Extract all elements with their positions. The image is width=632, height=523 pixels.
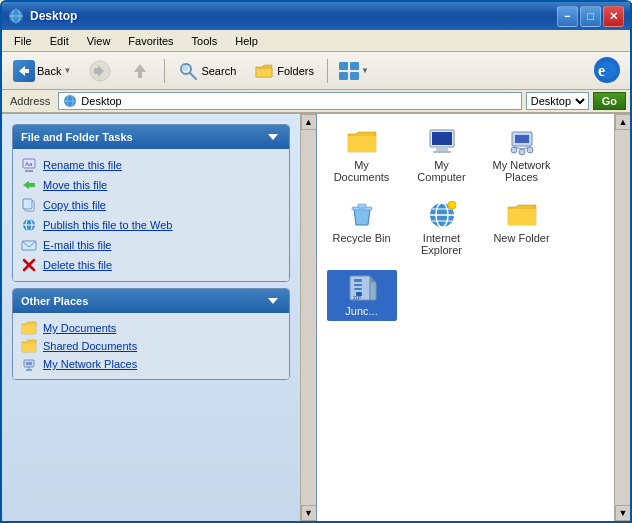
internet-explorer-label: Internet Explorer <box>411 232 473 256</box>
right-content: My Documents My Computer <box>317 114 631 521</box>
svg-marker-20 <box>268 134 278 140</box>
back-button[interactable]: Back ▼ <box>6 56 78 86</box>
scroll-up-button[interactable]: ▲ <box>301 114 317 130</box>
svg-rect-58 <box>370 282 376 300</box>
window-title: Desktop <box>30 9 77 23</box>
title-bar: Desktop − □ ✕ <box>2 2 630 30</box>
svg-rect-60 <box>354 284 362 286</box>
email-icon <box>21 237 37 253</box>
publish-icon <box>21 217 37 233</box>
recycle-bin-icon[interactable]: Recycle Bin <box>327 197 397 260</box>
views-dropdown-icon[interactable]: ▼ <box>361 66 369 75</box>
left-panel-scrollbar[interactable]: ▲ ▼ <box>300 114 316 521</box>
menu-bar: File Edit View Favorites Tools Help <box>2 30 630 52</box>
svg-rect-38 <box>432 132 452 145</box>
back-dropdown-icon[interactable]: ▼ <box>63 66 71 75</box>
junc-label: Junc... <box>345 305 377 317</box>
close-button[interactable]: ✕ <box>603 6 624 27</box>
my-network-icon <box>21 357 37 371</box>
menu-favorites[interactable]: Favorites <box>120 33 181 49</box>
recycle-bin-label: Recycle Bin <box>332 232 390 244</box>
copy-file-item[interactable]: Copy this file <box>17 195 285 215</box>
go-label: Go <box>602 95 617 107</box>
address-ie-icon <box>63 94 77 108</box>
right-scrollbar[interactable]: ▲ ▼ <box>614 114 630 521</box>
publish-file-item[interactable]: Publish this file to the Web <box>17 215 285 235</box>
my-documents-desktop-label: My Documents <box>331 159 393 183</box>
my-network-label: My Network Places <box>43 358 137 370</box>
menu-file[interactable]: File <box>6 33 40 49</box>
my-computer-icon[interactable]: My Computer <box>407 124 477 187</box>
my-documents-desktop-icon[interactable]: My Documents <box>327 124 397 187</box>
delete-file-item[interactable]: Delete this file <box>17 255 285 275</box>
main-content: File and Folder Tasks Aa <box>2 114 630 521</box>
go-button[interactable]: Go <box>593 92 626 110</box>
move-file-item[interactable]: Move this file <box>17 175 285 195</box>
other-places-header[interactable]: Other Places <box>13 289 289 313</box>
folders-label: Folders <box>277 65 314 77</box>
views-button[interactable]: ▼ <box>334 56 372 86</box>
email-file-item[interactable]: E-mail this file <box>17 235 285 255</box>
minimize-button[interactable]: − <box>557 6 578 27</box>
up-icon <box>129 60 151 82</box>
svg-marker-57 <box>370 276 376 282</box>
svg-marker-4 <box>19 66 29 76</box>
junc-zip-icon[interactable]: ZIP Junc... <box>327 270 397 321</box>
search-icon <box>178 61 198 81</box>
menu-tools[interactable]: Tools <box>184 33 226 49</box>
svg-rect-25 <box>23 199 32 209</box>
toolbar-separator-2 <box>327 59 328 83</box>
svg-point-10 <box>182 65 188 71</box>
move-icon <box>21 177 37 193</box>
svg-marker-32 <box>268 298 278 304</box>
scroll-down-button[interactable]: ▼ <box>301 505 317 521</box>
scroll-track <box>301 130 316 505</box>
my-network-item[interactable]: My Network Places <box>17 355 285 373</box>
address-bar: Address Desktop Desktop Go <box>2 90 630 114</box>
right-scroll-up[interactable]: ▲ <box>615 114 630 130</box>
copy-file-label: Copy this file <box>43 199 106 211</box>
maximize-button[interactable]: □ <box>580 6 601 27</box>
svg-rect-11 <box>339 62 348 70</box>
menu-edit[interactable]: Edit <box>42 33 77 49</box>
menu-view[interactable]: View <box>79 33 119 49</box>
forward-icon <box>89 60 111 82</box>
copy-icon <box>21 197 37 213</box>
up-button[interactable] <box>122 56 158 86</box>
address-dropdown[interactable]: Desktop <box>526 92 589 110</box>
recycle-icon <box>346 201 378 229</box>
left-panel-wrapper: File and Folder Tasks Aa <box>2 114 317 521</box>
collapse-icon <box>265 129 281 145</box>
svg-rect-34 <box>26 362 32 365</box>
search-button[interactable]: Search <box>171 57 243 85</box>
title-buttons: − □ ✕ <box>557 6 624 27</box>
svg-point-55 <box>448 201 456 209</box>
file-area: My Documents My Computer <box>317 114 631 331</box>
delete-icon <box>21 257 37 273</box>
new-folder-icon[interactable]: New Folder <box>487 197 557 260</box>
forward-button[interactable] <box>82 56 118 86</box>
menu-help[interactable]: Help <box>227 33 266 49</box>
my-network-desktop-icon[interactable]: My Network Places <box>487 124 557 187</box>
address-value: Desktop <box>81 95 121 107</box>
title-bar-left: Desktop <box>8 8 77 24</box>
windows-logo-icon: e <box>592 56 622 84</box>
back-arrow-icon <box>17 64 31 78</box>
internet-explorer-icon[interactable]: Internet Explorer <box>407 197 477 260</box>
right-scroll-down[interactable]: ▼ <box>615 505 630 521</box>
other-places-title: Other Places <box>21 295 88 307</box>
delete-file-label: Delete this file <box>43 259 112 271</box>
svg-rect-59 <box>354 279 362 282</box>
folders-icon <box>254 61 274 81</box>
file-folder-tasks-header[interactable]: File and Folder Tasks <box>13 125 289 149</box>
xp-logo: e <box>592 56 626 86</box>
folders-button[interactable]: Folders <box>247 57 321 85</box>
computer-icon <box>426 128 458 156</box>
back-label: Back <box>37 65 61 77</box>
rename-file-item[interactable]: Aa Rename this file <box>17 155 285 175</box>
address-input[interactable]: Desktop <box>58 92 521 110</box>
collapse-other-icon <box>265 293 281 309</box>
shared-documents-item[interactable]: Shared Documents <box>17 337 285 355</box>
my-documents-item[interactable]: My Documents <box>17 319 285 337</box>
new-folder-label: New Folder <box>493 232 549 244</box>
